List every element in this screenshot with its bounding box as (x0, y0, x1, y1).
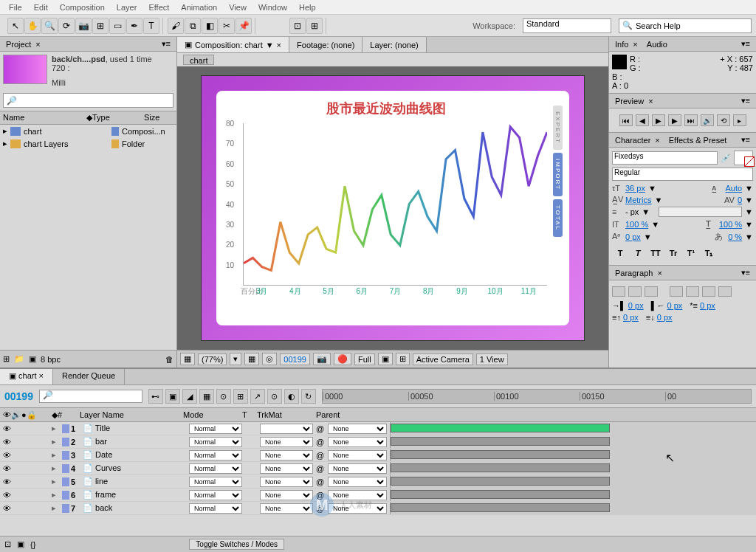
label-color[interactable] (62, 504, 69, 513)
grid-icon[interactable]: ▦ (180, 353, 195, 365)
layer-name[interactable]: 📄 back (83, 503, 186, 513)
quality-select[interactable]: Full (354, 353, 375, 365)
font-size-field[interactable]: 36 px (625, 184, 645, 193)
play-icon[interactable]: ▶ (652, 114, 665, 126)
layer-bar[interactable] (391, 463, 610, 472)
type-tool-icon[interactable]: T (143, 18, 159, 34)
view-grid-icon[interactable]: ⊞ (396, 353, 410, 365)
timeline-search-input[interactable]: 🔎 (39, 390, 142, 403)
label-color[interactable] (62, 438, 69, 446)
bpc-button[interactable]: 8 bpc (41, 355, 61, 364)
time-ruler[interactable]: 0000 00050 00100 00150 00 (322, 389, 752, 404)
expand-icon[interactable]: ▸ (52, 503, 61, 513)
preview-tab[interactable]: Preview (615, 97, 644, 106)
timeline-layer-row[interactable]: 👁 ▸ 1 📄 Title Normal @ None (0, 422, 756, 435)
first-frame-icon[interactable]: ⏮ (619, 114, 633, 126)
mode-select[interactable]: Normal (189, 424, 242, 434)
panel-menu-icon[interactable]: ▾≡ (741, 96, 750, 106)
timeline-layer-row[interactable]: 👁 ▸ 6 📄 frame Normal None @ None (0, 489, 756, 502)
layer-name[interactable]: 📄 line (83, 477, 186, 486)
tl-icon-1[interactable]: ⊷ (148, 389, 163, 404)
justify-left-icon[interactable] (670, 286, 683, 297)
allcaps-button[interactable]: TT (649, 247, 662, 259)
pickwhip-icon[interactable]: @ (316, 424, 325, 433)
character-tab[interactable]: Character (615, 136, 650, 145)
parent-select[interactable]: None (328, 450, 387, 460)
expand-icon[interactable]: ▸ (52, 463, 61, 473)
menu-file[interactable]: File (3, 1, 28, 13)
layer-bar-track[interactable] (390, 502, 756, 514)
layer-name[interactable]: 📄 Date (83, 450, 186, 460)
menu-view[interactable]: View (223, 1, 252, 13)
stroke-style-select[interactable] (659, 207, 742, 217)
prev-frame-icon[interactable]: ◀ (636, 114, 649, 126)
font-select[interactable]: Fixedsys (612, 151, 718, 165)
timeline-layer-row[interactable]: 👁 ▸ 2 📄 bar Normal None @ None (0, 435, 756, 449)
selection-tool-icon[interactable]: ↖ (7, 18, 24, 34)
mode-select[interactable]: Normal (189, 490, 242, 500)
puppet-tool-icon[interactable]: 📌 (236, 18, 252, 34)
parent-select[interactable]: None (328, 503, 387, 514)
resolution-icon[interactable]: ▾ (230, 353, 241, 365)
expand-icon[interactable]: ▸ (52, 450, 61, 460)
mode-select[interactable]: Normal (189, 477, 242, 487)
new-folder-icon[interactable]: 📁 (14, 354, 24, 364)
close-icon[interactable]: × (655, 136, 659, 145)
parent-select[interactable]: None (328, 424, 387, 434)
trkmat-select[interactable] (260, 424, 313, 434)
space-before-field[interactable]: 0 px (623, 313, 639, 322)
trkmat-select[interactable]: None (260, 490, 313, 500)
project-tab[interactable]: Project (6, 40, 31, 49)
col-layer-name[interactable]: Layer Name (80, 410, 183, 419)
justify-all-icon[interactable] (718, 286, 732, 297)
timeline-tab-chart[interactable]: ▣ chart × (0, 369, 53, 384)
leading-field[interactable]: Auto (725, 184, 742, 193)
visibility-icon[interactable]: 👁 (3, 424, 12, 433)
tl-icon-9[interactable]: ◐ (284, 389, 299, 404)
parent-select[interactable]: None (328, 463, 387, 474)
col-number[interactable]: # (58, 410, 80, 419)
label-color[interactable] (62, 464, 69, 473)
timeline-layer-row[interactable]: 👁 ▸ 3 📄 Date Normal None @ None (0, 449, 756, 462)
brainstorm-icon[interactable]: ⊞ (233, 389, 248, 404)
visibility-icon[interactable]: 👁 (3, 477, 12, 486)
visibility-icon[interactable]: 👁 (3, 464, 12, 473)
composition-viewer[interactable]: 股市最近波动曲线图 80 70 60 50 40 30 20 10 (177, 66, 608, 350)
layer-bar[interactable] (391, 424, 610, 432)
composition-tab[interactable]: ▣ Composition: chart ▼ × (177, 37, 289, 52)
tag-icon[interactable]: ◆ (86, 113, 92, 123)
indent-left-field[interactable]: 0 px (628, 301, 644, 310)
loop-icon[interactable]: ⟲ (717, 114, 730, 126)
layer-bar-track[interactable] (390, 462, 756, 475)
tsume-field[interactable]: 0 % (728, 232, 742, 241)
vscale-field[interactable]: 100 % (625, 220, 648, 229)
align-left-icon[interactable] (612, 286, 625, 297)
mask-icon[interactable]: ◎ (262, 353, 277, 365)
close-icon[interactable]: × (648, 97, 653, 106)
last-frame-icon[interactable]: ⏭ (684, 114, 698, 126)
eraser-tool-icon[interactable]: ◧ (202, 18, 218, 34)
graph-icon[interactable]: ↗ (250, 389, 265, 404)
pan-behind-tool-icon[interactable]: ⊞ (92, 18, 109, 34)
baseline-field[interactable]: 0 px (625, 232, 641, 241)
tl-icon-8[interactable]: ⊙ (267, 389, 282, 404)
workspace-select[interactable]: Standard (523, 18, 611, 33)
mode-select[interactable]: Normal (189, 503, 242, 514)
pickwhip-icon[interactable]: @ (316, 438, 325, 446)
trkmat-select[interactable]: None (260, 463, 313, 474)
label-color[interactable] (62, 424, 69, 433)
tracking-field[interactable]: 0 (738, 196, 742, 204)
close-icon[interactable]: × (657, 269, 662, 277)
audio-icon[interactable]: 🔊 (701, 114, 714, 126)
project-item-chart[interactable]: ▸ chart Composi...n (0, 125, 176, 137)
timeline-timecode[interactable]: 00199 (4, 390, 33, 402)
panel-menu-icon[interactable]: ▾≡ (162, 39, 171, 49)
indent-first-field[interactable]: 0 px (700, 301, 715, 310)
align-center-icon[interactable] (628, 286, 642, 297)
mode-select[interactable]: Normal (189, 450, 242, 460)
tl-footer-icon-2[interactable]: ▣ (17, 539, 24, 549)
footage-tab[interactable]: Footage: (none) (289, 37, 362, 52)
rotate-tool-icon[interactable]: ⟳ (58, 18, 75, 34)
subscript-button[interactable]: T₁ (702, 247, 715, 259)
trkmat-select[interactable]: None (260, 450, 313, 460)
